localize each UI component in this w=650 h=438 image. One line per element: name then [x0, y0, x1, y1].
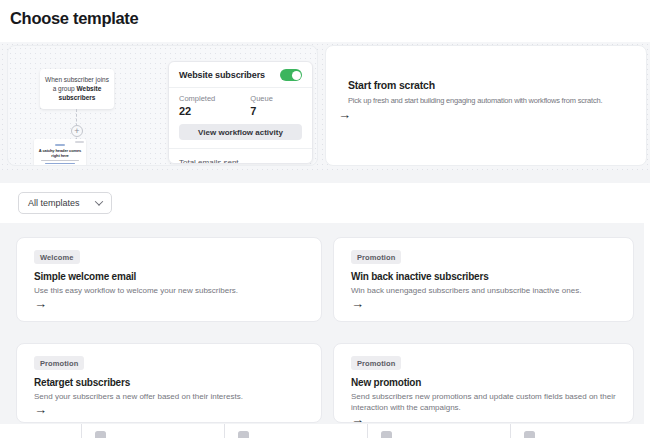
category-badge: Promotion	[34, 356, 84, 370]
page-header: Choose template	[0, 0, 650, 42]
thumbnail-meta-bar	[75, 141, 84, 143]
completed-value: 22	[179, 105, 250, 117]
divider	[367, 424, 368, 438]
workflow-trigger-node: When subscriber joins a group Website su…	[40, 69, 114, 109]
category-badge: Promotion	[351, 356, 401, 370]
thumbnail-link-line	[45, 163, 75, 165]
template-description: Send subscribers new promotions and upda…	[351, 392, 616, 413]
template-card-retarget-subscribers[interactable]: Promotion Retarget subscribers Send your…	[16, 343, 322, 423]
template-description: Use this easy workflow to welcome your n…	[34, 286, 304, 297]
arrow-right-icon[interactable]: →	[351, 413, 616, 423]
plus-icon: +	[71, 125, 83, 137]
chevron-down-icon	[95, 197, 103, 205]
toggle-knob	[292, 71, 301, 80]
divider	[81, 424, 82, 438]
template-card-simple-welcome-email[interactable]: Welcome Simple welcome email Use this ea…	[16, 237, 322, 322]
template-card-new-promotion[interactable]: Promotion New promotion Send subscribers…	[333, 343, 634, 423]
template-title: Simple welcome email	[34, 271, 304, 282]
category-badge: Promotion	[351, 250, 401, 264]
scratch-card-title: Start from scratch	[348, 79, 624, 91]
thumbnail-logo	[55, 144, 65, 146]
template-card-icon	[381, 431, 392, 438]
category-badge: Welcome	[34, 250, 80, 264]
view-workflow-activity-button[interactable]: View workflow activity	[179, 124, 302, 140]
template-card-win-back-inactive-subscribers[interactable]: Promotion Win back inactive subscribers …	[333, 237, 634, 322]
arrow-right-icon[interactable]: →	[34, 403, 304, 417]
queue-label: Queue	[250, 94, 273, 103]
template-card-icon	[238, 431, 249, 438]
featured-section: When subscriber joins a group Website su…	[0, 42, 650, 170]
arrow-right-icon[interactable]: →	[338, 108, 351, 122]
completed-label: Completed	[179, 94, 250, 103]
scrollbar-track[interactable]	[644, 183, 650, 438]
total-emails-sent-label: Total emails sent	[169, 149, 312, 164]
scratch-card-description: Pick up fresh and start building engagin…	[348, 96, 624, 105]
template-description: Send your subscribers a new offer based …	[34, 392, 304, 403]
arrow-right-icon[interactable]: →	[34, 297, 304, 311]
template-description: Win back unengaged subscribers and unsub…	[351, 286, 616, 297]
template-card-icon	[95, 431, 106, 438]
email-step-thumbnail: A catchy header comes right here	[34, 139, 86, 166]
workflow-preview-card: When subscriber joins a group Website su…	[7, 45, 318, 166]
template-title: Retarget subscribers	[34, 377, 304, 388]
template-title: New promotion	[351, 377, 616, 388]
thumbnail-heading: A catchy header comes right here	[37, 148, 83, 158]
template-card-icon	[524, 431, 535, 438]
start-from-scratch-card[interactable]: Start from scratch Pick up fresh and sta…	[325, 45, 647, 166]
arrow-right-icon[interactable]: →	[351, 297, 616, 311]
filter-selected-value: All templates	[28, 198, 80, 208]
workflow-stats-panel: Website subscribers Completed 22 Queue 7…	[168, 61, 313, 164]
thumbnail-text-line	[41, 160, 79, 162]
divider	[224, 424, 225, 438]
choose-template-page: Choose template When subscriber joins a …	[0, 0, 650, 438]
divider	[510, 424, 511, 438]
queue-value: 7	[250, 105, 273, 117]
toggle-on-icon[interactable]	[280, 69, 302, 81]
template-title: Win back inactive subscribers	[351, 271, 616, 282]
filter-bar: All templates	[0, 183, 650, 223]
page-title: Choose template	[10, 9, 640, 28]
next-row-partial[interactable]	[0, 424, 650, 438]
template-filter-dropdown[interactable]: All templates	[18, 192, 112, 214]
templates-grid: Welcome Simple welcome email Use this ea…	[0, 223, 650, 438]
stats-panel-title: Website subscribers	[179, 70, 265, 80]
